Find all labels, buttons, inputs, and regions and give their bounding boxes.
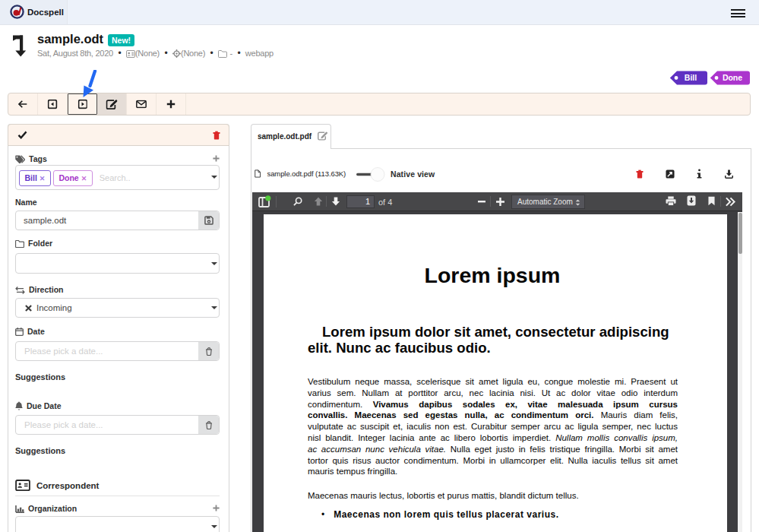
svg-text:Bill: Bill [685,73,697,82]
svg-text:Done: Done [723,73,742,82]
